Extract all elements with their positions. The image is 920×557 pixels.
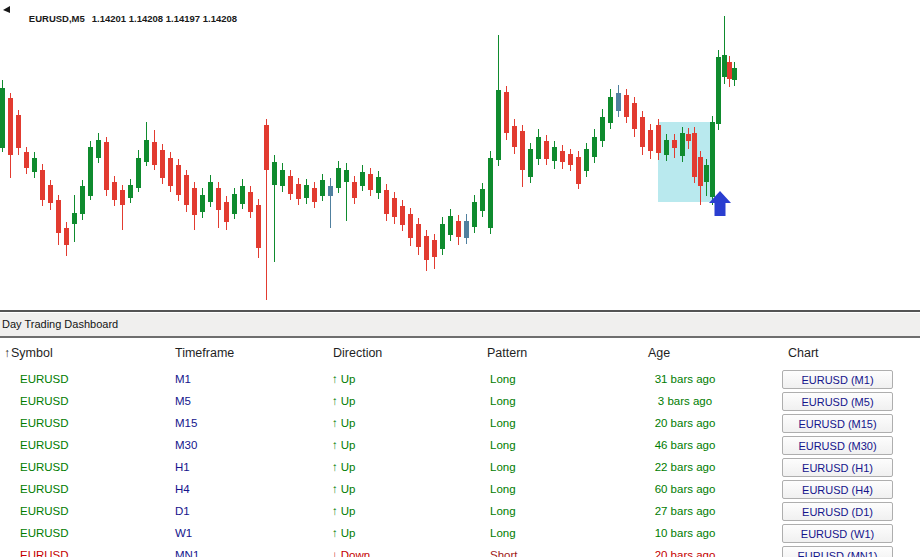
price-chart[interactable]: EURUSD,M51.14201 1.14208 1.14197 1.14208 <box>0 0 920 310</box>
timeframe-cell: H4 <box>175 478 190 500</box>
open-chart-button-h4[interactable]: EURUSD (H4) <box>782 480 893 499</box>
age-cell: 20 bars ago <box>640 544 730 557</box>
direction-cell: ↑Up <box>332 390 355 412</box>
direction-cell: ↑Up <box>332 412 355 434</box>
mt4-window: EURUSD,M51.14201 1.14208 1.14197 1.14208… <box>0 0 920 557</box>
table-row-d1: EURUSDD1↑UpLong27 bars agoEURUSD (D1) <box>0 500 896 522</box>
up-arrow-icon: ↑ <box>332 417 338 429</box>
open-chart-button-m5[interactable]: EURUSD (M5) <box>782 392 893 411</box>
open-chart-button-h1[interactable]: EURUSD (H1) <box>782 458 893 477</box>
symbol-cell: EURUSD <box>20 412 69 434</box>
direction-cell: ↓Down <box>332 544 370 557</box>
pattern-cell: Long <box>490 456 516 478</box>
open-chart-button-mn1[interactable]: EURUSD (MN1) <box>782 546 893 557</box>
chart-marker-icon <box>3 6 10 13</box>
up-arrow-icon: ↑ <box>332 373 338 385</box>
timeframe-cell: H1 <box>175 456 190 478</box>
up-arrow-icon: ↑ <box>332 483 338 495</box>
symbol-cell: EURUSD <box>20 478 69 500</box>
pattern-cell: Long <box>490 522 516 544</box>
direction-cell: ↑Up <box>332 368 355 390</box>
table-row-h1: EURUSDH1↑UpLong22 bars agoEURUSD (H1) <box>0 456 896 478</box>
symbol-cell: EURUSD <box>20 368 69 390</box>
table-row-h4: EURUSDH4↑UpLong60 bars agoEURUSD (H4) <box>0 478 896 500</box>
pattern-cell: Long <box>490 390 516 412</box>
direction-cell: ↑Up <box>332 434 355 456</box>
age-cell: 60 bars ago <box>640 478 730 500</box>
age-cell: 46 bars ago <box>640 434 730 456</box>
pattern-cell: Long <box>490 368 516 390</box>
direction-cell: ↑Up <box>332 478 355 500</box>
symbol-cell: EURUSD <box>20 544 69 557</box>
chart-header: EURUSD,M51.14201 1.14208 1.14197 1.14208 <box>13 2 237 35</box>
age-cell: 27 bars ago <box>640 500 730 522</box>
open-chart-button-m1[interactable]: EURUSD (M1) <box>782 370 893 389</box>
age-cell: 22 bars ago <box>640 456 730 478</box>
column-header-pattern[interactable]: Pattern <box>487 338 527 368</box>
symbol-cell: EURUSD <box>20 434 69 456</box>
column-header-direction[interactable]: Direction <box>333 338 382 368</box>
dashboard-title: Day Trading Dashboard <box>0 313 920 338</box>
timeframe-cell: M5 <box>175 390 191 412</box>
chart-symbol-period: EURUSD,M5 <box>29 13 85 24</box>
up-arrow-icon: ↑ <box>332 461 338 473</box>
direction-cell: ↑Up <box>332 522 355 544</box>
open-chart-button-w1[interactable]: EURUSD (W1) <box>782 524 893 543</box>
age-cell: 10 bars ago <box>640 522 730 544</box>
direction-cell: ↑Up <box>332 456 355 478</box>
table-body: EURUSDM1↑UpLong31 bars agoEURUSD (M1)EUR… <box>0 368 896 557</box>
pattern-cell: Short <box>490 544 518 557</box>
chart-ohlc-values: 1.14201 1.14208 1.14197 1.14208 <box>92 13 237 24</box>
table-row-m5: EURUSDM5↑UpLong3 bars agoEURUSD (M5) <box>0 390 896 412</box>
symbol-cell: EURUSD <box>20 500 69 522</box>
table-header-row: ↑SymbolTimeframeDirectionPatternAgeChart <box>0 338 896 368</box>
day-trading-dashboard-panel: Day Trading Dashboard ↑SymbolTimeframeDi… <box>0 313 920 557</box>
column-header-age[interactable]: Age <box>648 338 670 368</box>
direction-cell: ↑Up <box>332 500 355 522</box>
pattern-cell: Long <box>490 434 516 456</box>
table-row-w1: EURUSDW1↑UpLong10 bars agoEURUSD (W1) <box>0 522 896 544</box>
timeframe-cell: M1 <box>175 368 191 390</box>
table-row-m30: EURUSDM30↑UpLong46 bars agoEURUSD (M30) <box>0 434 896 456</box>
candlesticks <box>0 16 737 300</box>
open-chart-button-d1[interactable]: EURUSD (D1) <box>782 502 893 521</box>
symbol-cell: EURUSD <box>20 390 69 412</box>
pattern-cell: Long <box>490 478 516 500</box>
up-arrow-icon: ↑ <box>332 527 338 539</box>
symbol-cell: EURUSD <box>20 522 69 544</box>
timeframe-cell: MN1 <box>175 544 199 557</box>
column-header-chart[interactable]: Chart <box>788 338 819 368</box>
down-arrow-icon: ↓ <box>332 549 338 557</box>
age-cell: 31 bars ago <box>640 368 730 390</box>
open-chart-button-m30[interactable]: EURUSD (M30) <box>782 436 893 455</box>
age-cell: 3 bars ago <box>640 390 730 412</box>
table-row-m1: EURUSDM1↑UpLong31 bars agoEURUSD (M1) <box>0 368 896 390</box>
symbol-cell: EURUSD <box>20 456 69 478</box>
open-chart-button-m15[interactable]: EURUSD (M15) <box>782 414 893 433</box>
timeframe-cell: D1 <box>175 500 190 522</box>
table-row-m15: EURUSDM15↑UpLong20 bars agoEURUSD (M15) <box>0 412 896 434</box>
timeframe-cell: M15 <box>175 412 197 434</box>
pattern-cell: Long <box>490 412 516 434</box>
timeframe-cell: W1 <box>175 522 192 544</box>
column-header-timeframe[interactable]: Timeframe <box>175 338 234 368</box>
candlestick-chart <box>0 0 920 310</box>
column-header-symbol[interactable]: ↑Symbol <box>4 338 53 368</box>
pattern-cell: Long <box>490 500 516 522</box>
timeframe-cell: M30 <box>175 434 197 456</box>
table-row-mn1: EURUSDMN1↓DownShort20 bars agoEURUSD (MN… <box>0 544 896 557</box>
up-arrow-icon: ↑ <box>332 505 338 517</box>
up-arrow-icon: ↑ <box>332 395 338 407</box>
age-cell: 20 bars ago <box>640 412 730 434</box>
up-arrow-icon: ↑ <box>332 439 338 451</box>
sort-ascending-icon: ↑ <box>4 346 10 360</box>
